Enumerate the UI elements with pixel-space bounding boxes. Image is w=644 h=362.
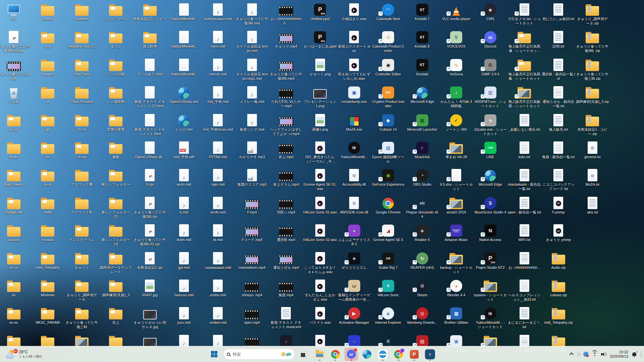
desktop-icon[interactable]: ◈↗Reaktor 6 — [405, 223, 439, 250]
desktop-icon[interactable]: きゅうり.mp4 — [269, 29, 303, 57]
desktop-icon[interactable]: 調声用データテンプレート — [99, 251, 133, 278]
desktop-icon[interactable]: ↗無人販売不正行為画像 - ショートカッ... — [507, 29, 542, 57]
desktop-icon[interactable]: ‹名称未設定1.cpr — [133, 251, 167, 278]
desktop-icon[interactable]: ▶小銭詰まり.wav — [337, 2, 371, 29]
desktop-icon[interactable]: manisekarin - 親作品一覧.txt — [507, 168, 542, 195]
desktop-icon[interactable]: PNT2おーばーまにあ.ppsf — [303, 29, 337, 57]
desktop-icon[interactable]: ✓↗ノートン 360 — [439, 113, 474, 140]
desktop-icon[interactable]: ラベル印刷 — [99, 57, 133, 85]
taskbar-app-chrome[interactable] — [329, 348, 342, 361]
desktop-icon[interactable]: 調声練習(失敗)_3.zip — [576, 85, 610, 112]
desktop-icon[interactable]: sfz↗Plogue sforzando x64 — [405, 195, 439, 223]
desktop-icon[interactable]: amazonmusic↗Amazon Music — [439, 223, 474, 250]
desktop-icon[interactable]: TimeTune — [65, 57, 99, 85]
taskbar-app-cubase[interactable]: ‹ — [423, 348, 437, 361]
desktop-icon[interactable]: ゆ↗YukkuriMovieM... - ショートカット — [473, 306, 507, 333]
desktop-icon[interactable]: 65407.jpg — [133, 278, 167, 306]
desktop-icon[interactable]: ↗backup - ショートカット — [439, 251, 474, 278]
desktop-icon[interactable]: ↗syasinn - ショートカット — [473, 278, 507, 306]
desktop-icon[interactable]: 無題 - 親作品一覧.txt — [541, 140, 576, 168]
desktop-icon[interactable]: ♪mid_学校.mid — [201, 85, 235, 112]
desktop-icon[interactable]: 営業日変更 — [99, 113, 133, 140]
desktop-icon[interactable]: Mixdown — [31, 278, 65, 306]
desktop-icon[interactable]: ∗↗ポリリリリズム — [337, 251, 371, 278]
desktop-icon[interactable]: 新しいフォルダー (3) — [99, 223, 133, 250]
desktop-icon[interactable]: きゅうり_調声用データ — [65, 278, 99, 306]
desktop-icon[interactable]: ‹きゅうり食ってた午後3時-01.cpr — [0, 29, 31, 57]
desktop-icon[interactable]: ◔↗OBS Studio — [405, 168, 439, 195]
desktop-icon[interactable]: アナウンス夏 — [65, 168, 99, 195]
desktop-icon[interactable]: 説明.txt — [541, 29, 576, 57]
desktop-icon[interactable]: ↗VLC media player — [439, 2, 474, 29]
desktop-icon[interactable]: 新しいフォルダー — [99, 168, 133, 195]
desktop-icon[interactable]: ゆうと — [99, 29, 133, 57]
desktop-icon[interactable]: ♪aorin.mid — [167, 168, 201, 195]
desktop-icon[interactable]: ♪jusu.mid — [167, 306, 201, 333]
desktop-icon[interactable]: midi_Telepathy.zip — [541, 306, 576, 333]
desktop-icon[interactable]: 最新 — [99, 140, 133, 168]
desktop-icon[interactable]: GR↗Guitar Rig 7 — [371, 251, 406, 278]
desktop-icon[interactable]: ♪td.mid — [201, 223, 235, 250]
desktop-icon[interactable]: ja — [31, 85, 65, 112]
desktop-icon[interactable]: 無題.mp4 — [269, 278, 303, 306]
desktop-icon[interactable]: malib — [31, 195, 65, 223]
desktop-icon[interactable]: es-es — [0, 306, 31, 333]
desktop-icon[interactable]: ksks.txt — [507, 140, 542, 168]
taskbar-app-start[interactable] — [207, 348, 221, 361]
desktop-icon[interactable]: きゅうり — [65, 251, 99, 278]
desktop-icon[interactable]: 名称未設定1 - コピー.zip — [576, 113, 610, 140]
desktop-icon[interactable]: N↗Native Access — [473, 223, 507, 250]
volume-icon[interactable] — [601, 353, 606, 356]
desktop-icon[interactable]: 新しいフォルダー (2) — [99, 195, 133, 223]
desktop-icon[interactable]: ♪新規ソング.mid — [235, 113, 269, 140]
desktop-icon[interactable]: ω↗Discord — [473, 29, 507, 57]
desktop-icon[interactable]: Gemini — [31, 2, 65, 29]
desktop-icon[interactable]: きゅうり食ってた午後3時 .zip — [576, 29, 610, 57]
desktop-icon[interactable]: ♪PVTNd.mid — [201, 140, 235, 168]
desktop-icon[interactable]: ‹きゅうり食ってた午後3時.cpr — [133, 195, 167, 223]
desktop-icon[interactable]: +↗HALion Sonic — [371, 278, 406, 306]
desktop-icon[interactable]: ▶パスドラ.wav — [303, 306, 337, 333]
desktop-icon[interactable]: ▶こってゅｈｄすおｆｄｓｂふぉ.wav — [303, 251, 337, 278]
desktop-icon[interactable]: ヘルスコンプレッション__歌詞.txt — [507, 278, 542, 306]
desktop-icon[interactable]: 売上 — [99, 306, 133, 333]
desktop-icon[interactable]: PNT2Untitled.ppsf — [303, 2, 337, 29]
show-desktop-button[interactable] — [641, 351, 641, 358]
desktop-icon[interactable]: ♪タイトル未設定.tempo.mid — [235, 29, 269, 57]
desktop-icon[interactable]: 選択肢 - 親作品一覧.txt — [541, 57, 576, 85]
desktop-icon[interactable]: 名称未設定1 - コピー — [133, 2, 167, 29]
desktop-icon[interactable]: ▶Groove Agent SE 01.wav — [303, 168, 337, 195]
desktop-icon[interactable]: ◈↗CMS — [473, 2, 507, 29]
desktop-icon[interactable]: akis.txt — [576, 195, 610, 223]
desktop-icon[interactable]: midi_Telepathy — [31, 251, 65, 278]
desktop-icon[interactable]: 無人販売.txt — [541, 113, 576, 140]
desktop-icon[interactable]: WIFI.txt — [507, 223, 542, 250]
desktop-icon[interactable]: zh-tw — [65, 140, 99, 168]
desktop-icon[interactable]: V↗VOICEVOX — [439, 29, 474, 57]
desktop-icon[interactable]: PC — [0, 2, 31, 29]
tray-person-icon[interactable] — [577, 352, 580, 356]
desktop-icon[interactable]: ↗筆まめ Ver.28 — [439, 140, 474, 168]
desktop-icon[interactable]: ♪MP3無題のスコア.mp3 — [235, 168, 269, 195]
desktop-icon[interactable]: YukkuriMovieM... — [167, 2, 201, 29]
desktop-icon[interactable]: Audio.zip — [541, 251, 576, 278]
desktop-icon[interactable]: ▦↗Brother Utilities — [439, 306, 474, 333]
desktop-icon[interactable]: Telepathy_Inst_2... — [65, 29, 99, 57]
desktop-icon[interactable]: runtimes — [65, 2, 99, 29]
desktop-icon[interactable]: ko — [31, 140, 65, 168]
desktop-icon[interactable]: 画像1.png — [303, 113, 337, 140]
desktop-icon[interactable]: manisekarin.mp4 — [235, 251, 269, 278]
desktop-icon[interactable]: KTKontakt 8 — [405, 29, 439, 57]
desktop-icon[interactable]: だれだFXいれたやつ.mp4 — [269, 85, 303, 112]
desktop-icon[interactable]: ♪kotusytuaaus.mid — [201, 2, 235, 29]
desktop-icon[interactable]: ω↗孤独なインディーゲーム開発者の一生 ... — [337, 278, 371, 306]
desktop-icon[interactable]: ◎↗Steinberg Downlo... — [405, 306, 439, 333]
desktop-icon[interactable]: くらび.xml — [167, 113, 201, 140]
desktop-icon[interactable]: LINE↗LINE — [473, 140, 507, 168]
desktop-icon[interactable]: ⚙MoZA.ini — [576, 168, 610, 195]
desktop-icon[interactable]: 羽尻へ.mp4 — [269, 195, 303, 223]
desktop-icon[interactable]: ▤↗Epson 接続診断ツール — [371, 140, 406, 168]
desktop-icon[interactable]: 新規 テキスト ドキュメント.html — [133, 113, 167, 140]
hidden-icons-chevron-icon[interactable] — [570, 353, 574, 357]
desktop-icon[interactable]: ♪meroin.mid — [201, 57, 235, 85]
